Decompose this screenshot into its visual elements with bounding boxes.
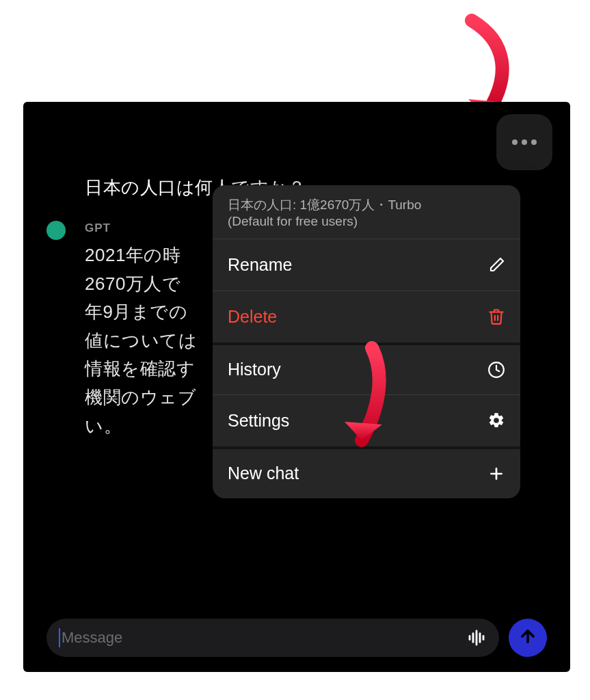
menu-item-settings[interactable]: Settings: [213, 394, 520, 446]
clock-icon: [487, 361, 505, 379]
menu-label-delete: Delete: [228, 307, 277, 327]
menu-label-new-chat: New chat: [228, 463, 299, 483]
menu-label-history: History: [228, 360, 281, 379]
arrow-up-icon: [518, 627, 537, 649]
menu-item-new-chat[interactable]: New chat: [213, 446, 520, 498]
menu-item-delete[interactable]: Delete: [213, 291, 520, 342]
audio-waveform-icon[interactable]: [466, 628, 487, 648]
trash-icon: [487, 308, 505, 325]
app-window: 日本の人口は何人ですか？ GPT 2021年の時 2670万人で 年9月までの …: [23, 102, 570, 672]
context-menu: 日本の人口: 1億2670万人・Turbo (Default for free …: [213, 185, 520, 498]
more-menu-button[interactable]: [496, 114, 552, 170]
assistant-label: GPT: [85, 221, 111, 235]
menu-item-rename[interactable]: Rename: [213, 239, 520, 291]
context-menu-subtitle: (Default for free users): [228, 214, 505, 229]
context-menu-title: 日本の人口: 1億2670万人・Turbo: [228, 196, 505, 214]
assistant-avatar: [46, 221, 66, 240]
context-menu-header: 日本の人口: 1億2670万人・Turbo (Default for free …: [213, 185, 520, 239]
pencil-icon: [489, 256, 505, 273]
menu-label-rename: Rename: [228, 255, 293, 275]
message-input[interactable]: [62, 629, 466, 647]
gear-icon: [487, 412, 505, 429]
more-icon: [512, 139, 537, 145]
send-button[interactable]: [509, 619, 547, 657]
plus-icon: [487, 465, 505, 483]
text-caret: [59, 628, 60, 647]
menu-label-settings: Settings: [228, 411, 289, 431]
message-composer[interactable]: [46, 619, 499, 657]
menu-item-history[interactable]: History: [213, 342, 520, 394]
